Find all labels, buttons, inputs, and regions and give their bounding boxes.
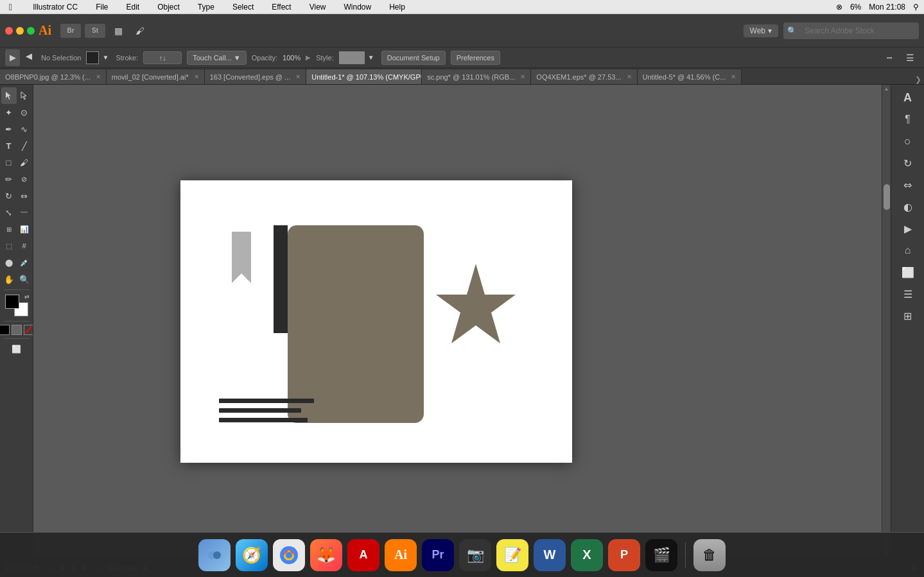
graph-tool[interactable]: 📊 — [17, 221, 32, 237]
magic-wand-tool[interactable]: ✦ — [1, 104, 17, 121]
dock-word[interactable]: W — [534, 539, 566, 571]
pathfinder-panel-icon[interactable]: ◐ — [898, 196, 918, 217]
reflect-tool[interactable]: ⇔ — [17, 187, 32, 204]
play-panel-icon[interactable]: ▶ — [898, 218, 918, 239]
close-window-button[interactable] — [5, 27, 13, 35]
paragraph-panel-icon[interactable]: ¶ — [898, 109, 918, 130]
opacity-arrow[interactable]: ▶ — [306, 54, 311, 61]
bookmark-shape[interactable] — [232, 232, 251, 283]
menu-type[interactable]: Type — [194, 1, 218, 13]
fill-color-box[interactable] — [86, 51, 99, 64]
rectangle-tool[interactable]: □ — [1, 154, 17, 171]
dock-notes[interactable]: 📝 — [496, 539, 528, 571]
workspace-menu-button[interactable]: ▦ — [109, 22, 127, 40]
menu-illustrator[interactable]: Illustrator CC — [29, 1, 82, 13]
swap-colors-icon[interactable]: ⇄ — [24, 293, 30, 300]
search-panel-icon[interactable]: ⊞ — [898, 306, 918, 326]
scale-tool[interactable]: ⤡ — [1, 204, 17, 221]
search-stock-input[interactable] — [799, 24, 915, 38]
hand-tool[interactable]: ✋ — [1, 271, 17, 288]
libraries-panel-icon[interactable]: ⌂ — [898, 240, 918, 261]
appearance-panel-icon[interactable]: ○ — [898, 131, 918, 151]
scroll-track[interactable] — [884, 93, 890, 549]
brown-rect-shape[interactable] — [288, 225, 424, 423]
menu-help[interactable]: Help — [385, 1, 409, 13]
dock-chrome[interactable] — [273, 539, 305, 571]
artboard-panel-icon[interactable]: ⬜ — [898, 262, 918, 282]
tab-close-4[interactable]: ✕ — [520, 73, 525, 80]
color-mode-btn[interactable] — [0, 325, 10, 335]
tab-close-2[interactable]: ✕ — [295, 73, 301, 80]
menu-edit[interactable]: Edit — [122, 1, 143, 13]
bridge-button[interactable]: Br — [60, 24, 81, 38]
menu-window[interactable]: Window — [340, 1, 376, 13]
tab-0[interactable]: O8BPNP0.jpg @ 12.3% (... ✕ — [0, 69, 107, 84]
menu-view[interactable]: View — [306, 1, 330, 13]
fullscreen-window-button[interactable] — [27, 27, 35, 35]
zoom-tool[interactable]: 🔍 — [17, 271, 32, 288]
layers-panel-icon[interactable]: ☰ — [898, 284, 918, 304]
dock-video-editor[interactable]: 🎬 — [645, 539, 677, 571]
apple-menu[interactable]:  — [5, 1, 16, 13]
dock-safari[interactable]: 🧭 — [236, 539, 268, 571]
none-mode-btn[interactable] — [24, 325, 34, 335]
eyedropper-tool[interactable]: 💉 — [17, 254, 32, 271]
rotate-tool[interactable]: ↻ — [1, 187, 17, 204]
document-setup-button[interactable]: Document Setup — [381, 51, 446, 65]
direct-selection-tool[interactable] — [17, 87, 32, 104]
dock-premiere[interactable]: Pr — [422, 539, 454, 571]
lasso-tool[interactable]: ⊙ — [17, 104, 32, 121]
selection-tool-button[interactable]: ▶ — [5, 49, 20, 66]
style-color-box[interactable] — [339, 51, 365, 64]
dock-firefox[interactable]: 🦊 — [310, 539, 342, 571]
vertical-scrollbar[interactable]: ▲ ▼ — [882, 85, 891, 558]
tab-close-0[interactable]: ✕ — [96, 73, 101, 80]
tab-close-6[interactable]: ✕ — [731, 73, 736, 80]
selection-tool[interactable] — [1, 87, 17, 104]
menu-file[interactable]: File — [92, 1, 112, 13]
scroll-thumb[interactable] — [884, 184, 890, 210]
dock-excel[interactable]: X — [571, 539, 603, 571]
touch-callout-button[interactable]: Touch Call... ▼ — [187, 51, 246, 65]
dock-iphoto[interactable]: 📷 — [459, 539, 491, 571]
tab-1[interactable]: movil_02 [Converted].ai* ✕ — [107, 69, 205, 84]
menu-select[interactable]: Select — [229, 1, 257, 13]
tab-close-1[interactable]: ✕ — [194, 73, 199, 80]
pen-tool[interactable]: ✒ — [1, 121, 17, 137]
transform-panel-icon[interactable]: ↻ — [898, 153, 918, 173]
tab-5[interactable]: OQ4XEM1.eps* @ 27.53... ✕ — [531, 69, 637, 84]
type-panel-icon[interactable]: A — [898, 87, 918, 108]
minimize-window-button[interactable] — [16, 27, 24, 35]
star-shape[interactable] — [436, 264, 516, 343]
paintbrush-tool[interactable]: 🖌 — [17, 154, 32, 171]
style-options-button[interactable]: ▼ — [366, 49, 376, 67]
menu-object[interactable]: Object — [153, 1, 184, 13]
menu-effect[interactable]: Effect — [268, 1, 295, 13]
dock-illustrator[interactable]: Ai — [385, 539, 417, 571]
type-tool[interactable]: T — [1, 137, 17, 154]
tabs-expand-icon[interactable]: ❯ — [915, 75, 921, 84]
artboard-tool[interactable]: ⬜ — [2, 341, 31, 357]
tab-4[interactable]: sc.png* @ 131.01% (RGB... ✕ — [422, 69, 531, 84]
transform-tool[interactable]: ⊞ — [1, 221, 17, 237]
mesh-tool[interactable]: # — [17, 237, 32, 254]
tab-2[interactable]: 163 [Converted].eps @ ... ✕ — [205, 69, 307, 84]
blend-tool[interactable]: ⬤ — [1, 254, 17, 271]
direct-selection-tool-button[interactable]: ▶ — [21, 49, 36, 66]
touch-icon[interactable]: 🖌 — [131, 22, 149, 40]
foreground-color[interactable] — [5, 295, 19, 309]
align-panel-icon[interactable]: ⇔ — [898, 175, 918, 195]
dock-trash[interactable]: 🗑 — [693, 539, 726, 571]
warp-tool[interactable]: 〰 — [17, 204, 32, 221]
dock-powerpoint[interactable]: P — [608, 539, 640, 571]
stroke-weight-box[interactable]: ↑↓ — [143, 51, 182, 64]
panel-toggle-icon[interactable]: ☰ — [901, 49, 919, 67]
dock-finder[interactable] — [198, 539, 231, 571]
fill-options-button[interactable]: ▼ — [100, 49, 110, 67]
tab-3-active[interactable]: Untitled-1* @ 107.13% (CMYK/GPU Preview)… — [306, 69, 422, 84]
curvature-tool[interactable]: ∿ — [17, 121, 32, 137]
tab-close-5[interactable]: ✕ — [627, 73, 632, 80]
eraser-tool[interactable]: ⊘ — [17, 171, 32, 187]
pencil-tool[interactable]: ✏ — [1, 171, 17, 187]
align-left-icon[interactable]: ┉ — [880, 49, 898, 67]
